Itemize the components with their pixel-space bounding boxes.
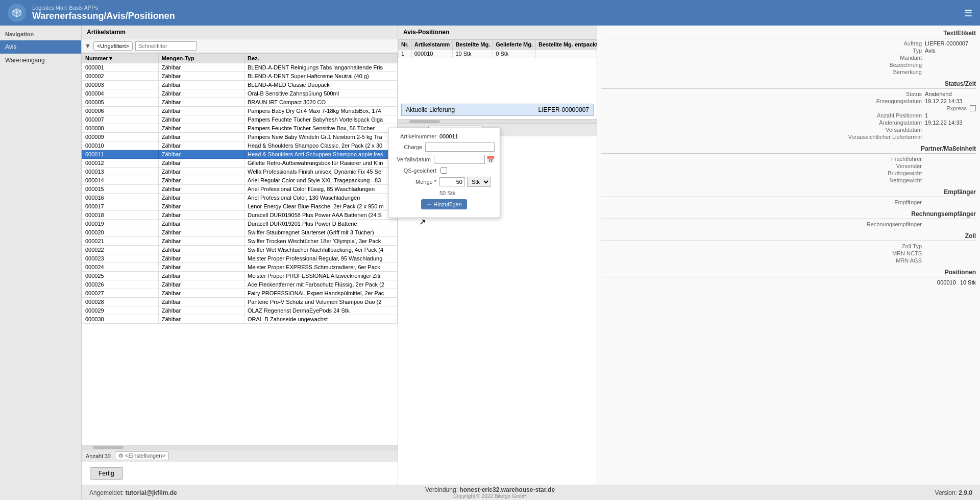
- table-row[interactable]: 000009 Zählbar Pampers New Baby Windeln …: [82, 133, 398, 141]
- table-row[interactable]: 000024 Zählbar Meister Proper EXPRESS Sc…: [82, 263, 398, 272]
- table-row[interactable]: 000023 Zählbar Meister Proper Profession…: [82, 254, 398, 263]
- popup-menge-hint-row: 50 Stk: [394, 190, 495, 196]
- done-button[interactable]: Fertig: [90, 467, 123, 480]
- row-nummer: 000007: [82, 115, 159, 124]
- sidebar-nav-label[interactable]: Navigation: [0, 28, 81, 40]
- table-row[interactable]: 000018 Zählbar Duracell DUR019058 Plus P…: [82, 211, 398, 220]
- value-express-checkbox[interactable]: [970, 105, 976, 111]
- popup-qs-checkbox[interactable]: [440, 167, 447, 174]
- popup-menge-controls: Stk: [439, 177, 491, 187]
- scroll-thumb[interactable]: [93, 446, 124, 449]
- col-bez[interactable]: Bez.: [244, 54, 398, 63]
- popup-menge-input[interactable]: [439, 177, 465, 186]
- popup-btn-row: → Hinzufügen: [394, 199, 495, 209]
- table-row[interactable]: 000025 Zählbar Meister Proper PROFESSION…: [82, 272, 398, 280]
- row-nummer: 000009: [82, 133, 159, 141]
- table-row[interactable]: 000014 Zählbar Ariel Regular Color und S…: [82, 176, 398, 185]
- positionen-row: 000010 10 Stk: [601, 279, 976, 285]
- table-row[interactable]: 000016 Zählbar Ariel Professional Color,…: [82, 194, 398, 202]
- label-mrn-ags: MRN AGS: [853, 257, 925, 264]
- sidebar-item-wareneingang[interactable]: Wareneingang: [0, 54, 81, 67]
- table-row[interactable]: 000003 Zählbar BLEND-A-MED Classic Duopa…: [82, 81, 398, 89]
- avis-scroll-thumb[interactable]: [409, 120, 440, 123]
- row-nummer: 000026: [82, 280, 159, 289]
- table-row[interactable]: 000027 Zählbar Fairy PROFESSIONAL Expert…: [82, 289, 398, 298]
- avis-header: Avis-Positionen: [398, 26, 597, 39]
- col-mengen-typ[interactable]: Mengen-Typ: [158, 54, 244, 63]
- row-bez: Ariel Professional Color, 130 Waschladun…: [244, 194, 398, 202]
- table-row[interactable]: 000029 Zählbar OLAZ Regenerist DermaEyeP…: [82, 306, 398, 315]
- right-row-nettogewicht: Nettogewicht: [601, 177, 976, 183]
- menu-icon[interactable]: ☰: [964, 8, 972, 19]
- artikelstamm-table-wrapper: Nummer▼ Mengen-Typ Bez. 000001 Zählbar B…: [82, 53, 398, 445]
- right-row-versanddatum: Versanddatum: [601, 127, 976, 133]
- artikelstamm-scrollbar[interactable]: [82, 445, 398, 449]
- table-row[interactable]: 000026 Zählbar Ace Fleckentferner mit Fa…: [82, 280, 398, 289]
- label-aenderungsdatum: Änderungsdatum: [853, 120, 925, 126]
- table-row[interactable]: 000030 Zählbar ORAL-B Zahnseide ungewach…: [82, 315, 398, 324]
- row-bez: Duracell DUR019058 Plus Power AAA Batter…: [244, 211, 398, 220]
- status-zeit-title: Status/Zeit: [601, 80, 976, 89]
- bottom-footer: Angemeldet: tutorial@jkfilm.de Verbindun…: [82, 485, 980, 500]
- table-row[interactable]: 000013 Zählbar Wella Professionals Finis…: [82, 168, 398, 176]
- section-partner: Partner/Maßeinheit Frachtführer Versende…: [601, 145, 976, 184]
- popup-artikelnummer-value: 000011: [439, 133, 495, 139]
- row-typ: Zählbar: [158, 272, 244, 280]
- value-auftrag: LIEFER-0000007: [925, 40, 976, 46]
- table-row[interactable]: 000028 Zählbar Pantene Pro-V Schutz und …: [82, 298, 398, 306]
- row-typ: Zählbar: [158, 298, 244, 306]
- row-nummer: 000019: [82, 220, 159, 228]
- search-input[interactable]: [135, 41, 197, 51]
- table-row[interactable]: 000007 Zählbar Pampers Feuchte Tücher Ba…: [82, 115, 398, 124]
- col-nummer[interactable]: Nummer▼: [82, 54, 159, 63]
- row-bez: Gillette Retro-Aufbewahrungsbox für Rasi…: [244, 159, 398, 168]
- filter-badge[interactable]: <Ungefiltert>: [93, 41, 133, 51]
- table-row[interactable]: 000019 Zählbar Duracell DUR019201 Plus P…: [82, 220, 398, 228]
- panel-artikelstamm: Artikelstamm ▼ <Ungefiltert> Nummer▼ Men…: [82, 26, 398, 485]
- avis-row-bestellt: 10 Stk: [453, 50, 493, 58]
- avis-scrollbar[interactable]: [398, 119, 597, 123]
- row-bez: Meister Proper Professional Regular, 95 …: [244, 254, 398, 263]
- table-row[interactable]: 1 000010 10 Stk 0 Stk: [399, 50, 597, 58]
- sidebar: Navigation Avis Wareneingang: [0, 26, 82, 500]
- table-row[interactable]: 000008 Zählbar Pampers Feuchte Tücher Se…: [82, 124, 398, 133]
- calendar-icon[interactable]: 📅: [486, 156, 495, 163]
- row-typ: Zählbar: [158, 315, 244, 324]
- sidebar-item-avis[interactable]: Avis: [0, 40, 81, 54]
- copyright: Copyright © 2022 Bitergo GmbH: [453, 493, 527, 499]
- artikelstamm-settings[interactable]: ⚙ <Einstellungen>: [115, 451, 169, 460]
- avis-col-geliefert: Gelieferte Mg.: [493, 40, 536, 50]
- table-row[interactable]: 000015 Zählbar Ariel Professional Color …: [82, 185, 398, 194]
- table-row[interactable]: 000017 Zählbar Lenor Energy Clear Blue F…: [82, 202, 398, 211]
- table-row[interactable]: 000022 Zählbar Swiffer Wet Wischtücher N…: [82, 246, 398, 254]
- table-row[interactable]: 000002 Zählbar BLEND-A-DENT Super Haftcr…: [82, 72, 398, 81]
- avis-row-bestellt-ep: [536, 50, 597, 58]
- table-row[interactable]: 000006 Zählbar Pampers Baby Dry Gr.4 Max…: [82, 107, 398, 115]
- table-row[interactable]: 000005 Zählbar BRAUN IRT Compact 3020 CO: [82, 98, 398, 107]
- row-bez: ORAL-B Zahnseide ungewachst: [244, 315, 398, 324]
- table-row[interactable]: 000011 Zählbar Head & Shoulders Anti-Sch…: [82, 150, 398, 159]
- popup-verfallsdatum-input[interactable]: [434, 155, 485, 164]
- popup-menge-hint: 50 Stk: [439, 190, 457, 196]
- popup-menge-label: Menge *: [394, 179, 439, 185]
- hinzufuegen-button[interactable]: → Hinzufügen: [421, 199, 467, 209]
- table-row[interactable]: 000021 Zählbar Swiffer Trocken Wischtüch…: [82, 237, 398, 246]
- label-versanddatum: Versanddatum: [853, 127, 925, 133]
- label-nettogewicht: Nettogewicht: [853, 177, 925, 183]
- row-nummer: 000020: [82, 228, 159, 237]
- row-nummer: 000016: [82, 194, 159, 202]
- row-bez: Pampers Feuchte Tücher Babyfresh Vorteil…: [244, 115, 398, 124]
- table-row[interactable]: 000012 Zählbar Gillette Retro-Aufbewahru…: [82, 159, 398, 168]
- row-typ: Zählbar: [158, 81, 244, 89]
- right-row-aenderungsdatum: Änderungsdatum 19.12.22 14:33: [601, 120, 976, 126]
- row-bez: Ace Fleckentferner mit Farbschutz Flüssi…: [244, 280, 398, 289]
- table-row[interactable]: 000004 Zählbar Oral-B Sensitive Zahnspül…: [82, 89, 398, 98]
- row-bez: Pampers Baby Dry Gr.4 Maxi 7-18kg Monats…: [244, 107, 398, 115]
- table-row[interactable]: 000010 Zählbar Head & Shoulders Shampoo …: [82, 141, 398, 150]
- row-bez: Pampers New Baby Windeln Gr.1 Newborn 2-…: [244, 133, 398, 141]
- popup-charge-input[interactable]: [425, 142, 495, 152]
- table-row[interactable]: 000001 Zählbar BLEND-A-DENT Reinigungs T…: [82, 63, 398, 72]
- section-rechnungsempfaenger: Rechnungsempfänger Rechnungsempfänger: [601, 210, 976, 228]
- table-row[interactable]: 000020 Zählbar Swiffer Staubmagnet Start…: [82, 228, 398, 237]
- popup-unit-select[interactable]: Stk: [467, 177, 491, 187]
